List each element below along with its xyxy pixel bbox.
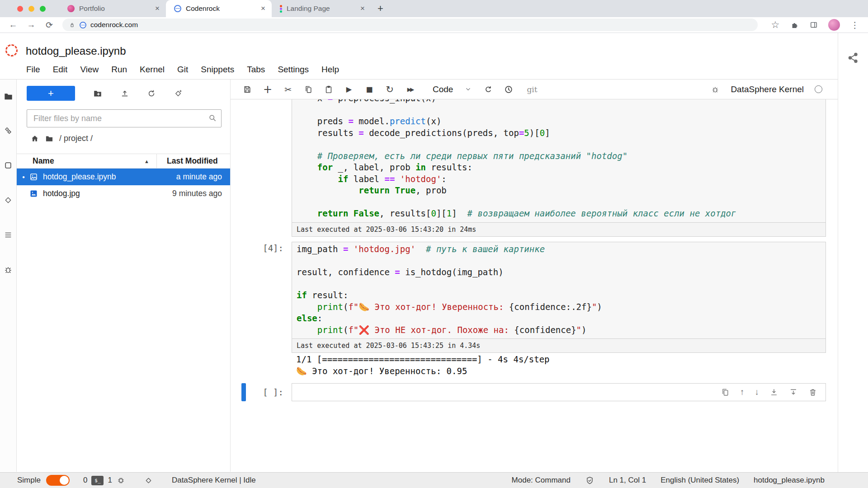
duplicate-cell-icon[interactable]	[721, 388, 730, 397]
git-diamond-icon[interactable]	[144, 476, 153, 485]
add-cell-icon[interactable]: +	[263, 83, 273, 96]
file-list: ● hotdog_please.ipynb a minute ago hotdo…	[17, 169, 230, 202]
terminal-count[interactable]: 0	[83, 476, 87, 485]
status-bar: Simple 0 $_ 1 DataSphere Kernel | Idle M…	[0, 472, 868, 488]
sync-icon[interactable]	[483, 85, 493, 94]
tab-landing-page[interactable]: Landing Page ×	[272, 0, 371, 17]
close-tab-icon[interactable]: ×	[360, 4, 365, 13]
copy-cell-icon[interactable]	[303, 85, 313, 94]
cursor-position[interactable]: Ln 1, Col 1	[609, 476, 646, 485]
file-row-image[interactable]: hotdog.jpg 9 minutes ago	[17, 185, 230, 202]
breadcrumb-path[interactable]: / project /	[59, 134, 93, 143]
sort-ascending-icon: ▲	[144, 159, 149, 164]
close-tab-icon[interactable]: ×	[155, 4, 160, 13]
new-folder-icon[interactable]	[93, 89, 103, 99]
git-clone-icon[interactable]	[174, 89, 183, 98]
filter-files-input[interactable]	[27, 109, 222, 127]
new-launcher-button[interactable]: +	[27, 86, 75, 101]
cell-type-dropdown[interactable]: Code	[433, 84, 453, 94]
upload-icon[interactable]	[120, 89, 129, 98]
table-of-contents-icon[interactable]	[4, 230, 13, 242]
move-down-icon[interactable]: ↓	[755, 387, 760, 397]
back-icon[interactable]: ←	[8, 20, 18, 30]
menu-tabs[interactable]: Tabs	[241, 63, 271, 76]
file-row-notebook[interactable]: ● hotdog_please.ipynb a minute ago	[17, 169, 230, 185]
minimize-window-button[interactable]	[28, 6, 34, 12]
code-editor[interactable]: x = preprocess_input(x) preds = model.pr…	[292, 99, 826, 222]
debug-bug-icon[interactable]	[711, 85, 720, 94]
folder-icon[interactable]	[45, 134, 54, 143]
code-cell-1[interactable]: x = preprocess_input(x) preds = model.pr…	[292, 99, 826, 237]
column-last-modified[interactable]: Last Modified	[157, 156, 218, 166]
file-browser-tab[interactable]	[3, 91, 14, 103]
git-rail-icon[interactable]	[4, 196, 13, 207]
stop-kernel-icon[interactable]: ■	[364, 85, 374, 94]
reload-icon[interactable]: ⟳	[44, 20, 54, 30]
kernel-status-text[interactable]: DataSphere Kernel | Idle	[172, 476, 256, 485]
url-field[interactable]: codenrock.com	[62, 19, 758, 31]
forward-icon[interactable]: →	[26, 20, 36, 30]
git-indicator[interactable]: git	[527, 85, 537, 94]
menu-run[interactable]: Run	[105, 63, 133, 76]
delete-cell-icon[interactable]	[808, 388, 817, 397]
history-clock-icon[interactable]	[504, 85, 514, 94]
share-icon[interactable]	[847, 52, 859, 472]
property-inspector-icon[interactable]	[4, 126, 13, 138]
language-indicator[interactable]: English (United States)	[660, 476, 739, 485]
simple-mode-toggle[interactable]	[46, 475, 70, 486]
column-name[interactable]: Name ▲	[17, 154, 157, 168]
browser-chrome: Portfolio × Codenrock × Landing Page × +…	[0, 0, 868, 33]
chevron-down-icon[interactable]	[465, 86, 472, 93]
notebook-file-icon	[29, 172, 38, 182]
menu-kernel[interactable]: Kernel	[133, 63, 171, 76]
run-cell-icon[interactable]: ▶	[344, 85, 354, 94]
new-tab-button[interactable]: +	[377, 3, 383, 14]
menu-view[interactable]: View	[74, 63, 105, 76]
portfolio-favicon-icon	[67, 5, 75, 12]
kernel-name[interactable]: DataSphere Kernel	[731, 84, 804, 94]
code-editor[interactable]: img_path = 'hotdog.jpg' # путь к вашей к…	[292, 242, 826, 338]
cell-output: 1/1 [==============================] - 4…	[296, 353, 550, 377]
menu-edit[interactable]: Edit	[47, 63, 74, 76]
paste-cell-icon[interactable]	[324, 85, 334, 94]
debugger-bug-icon[interactable]	[4, 265, 13, 277]
extensions-puzzle-icon[interactable]	[790, 20, 799, 29]
home-icon[interactable]	[30, 134, 39, 143]
code-cell-2[interactable]: [4]: img_path = 'hotdog.jpg' # путь к ва…	[231, 242, 826, 353]
mode-indicator[interactable]: Mode: Command	[512, 476, 571, 485]
page-title: hotdog_please.ipynb	[26, 45, 126, 57]
bookmark-star-icon[interactable]: ☆	[770, 19, 780, 30]
run-all-icon[interactable]: ▶▶	[405, 86, 415, 93]
kernel-count[interactable]: 1	[108, 476, 112, 485]
tab-codenrock[interactable]: Codenrock ×	[166, 0, 272, 17]
menu-help[interactable]: Help	[315, 63, 345, 76]
notebook-cells[interactable]: x = preprocess_input(x) preds = model.pr…	[231, 99, 838, 472]
browser-menu-dots-icon[interactable]: ⋮	[850, 20, 860, 30]
save-icon[interactable]	[242, 85, 252, 94]
menu-file[interactable]: File	[20, 63, 47, 76]
restart-kernel-icon[interactable]: ↻	[385, 84, 395, 95]
cell-prompt: [ ]:	[231, 387, 292, 397]
profile-avatar[interactable]	[828, 19, 840, 31]
file-modified: 9 minutes ago	[172, 189, 230, 198]
running-terminals-icon[interactable]	[4, 161, 13, 173]
insert-above-icon[interactable]	[769, 388, 778, 397]
side-panel-icon[interactable]	[809, 20, 818, 29]
menu-settings[interactable]: Settings	[271, 63, 315, 76]
close-tab-icon[interactable]: ×	[261, 4, 265, 13]
insert-below-icon[interactable]	[789, 388, 798, 397]
tab-portfolio[interactable]: Portfolio ×	[59, 0, 166, 17]
filename-indicator[interactable]: hotdog_please.ipynb	[754, 476, 825, 485]
empty-cell-row[interactable]: [ ]: ↑ ↓	[231, 383, 826, 401]
empty-code-cell[interactable]: ↑ ↓	[292, 383, 826, 401]
kernel-status-icon[interactable]	[815, 85, 822, 93]
cut-cell-icon[interactable]: ✂	[283, 84, 293, 94]
activity-rail	[0, 80, 17, 472]
close-window-button[interactable]	[17, 6, 23, 12]
search-icon	[208, 113, 217, 122]
move-up-icon[interactable]: ↑	[740, 387, 745, 397]
refresh-icon[interactable]	[147, 89, 156, 98]
maximize-window-button[interactable]	[40, 6, 46, 12]
menu-snippets[interactable]: Snippets	[194, 63, 241, 76]
menu-git[interactable]: Git	[171, 63, 194, 76]
